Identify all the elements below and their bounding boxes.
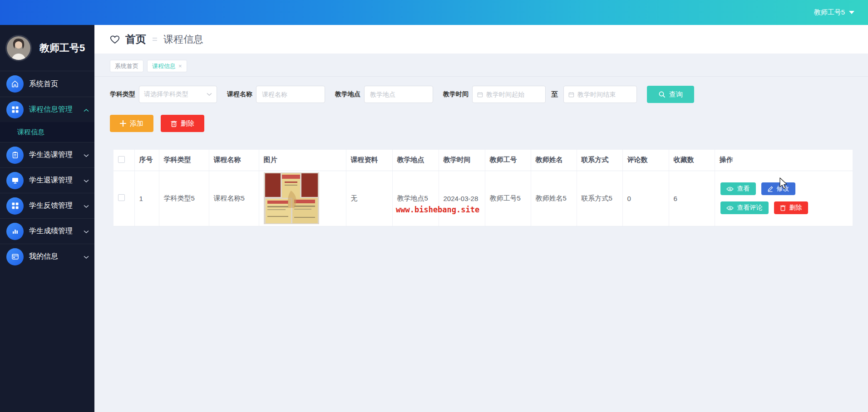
- trash-icon: [780, 205, 786, 211]
- course-image[interactable]: [264, 172, 319, 224]
- view-button-label: 查看: [737, 185, 750, 193]
- delete-button[interactable]: 删除: [161, 115, 204, 132]
- grid-icon: [6, 197, 24, 215]
- col-comment-count: 评论数: [622, 150, 669, 171]
- sidebar-menu: 系统首页 课程信息管理 课程信息 学生选课管理: [0, 71, 94, 269]
- sidebar-item-label: 我的信息: [29, 252, 58, 261]
- sidebar-item-label: 学生反馈管理: [29, 201, 73, 211]
- row-delete-button-label: 删除: [789, 204, 802, 212]
- select-all-checkbox[interactable]: [118, 156, 125, 163]
- teaching-place-label: 教学地点: [335, 90, 360, 98]
- main-content: 首页 课程信息 系统首页 课程信息 × 学科类型 请选择学科类型 课程名称 教学…: [94, 25, 868, 412]
- cell-teacher-name: 教师姓名5: [531, 171, 577, 226]
- close-icon[interactable]: ×: [178, 63, 182, 69]
- subject-type-select-placeholder: 请选择学科类型: [144, 90, 188, 98]
- sidebar-item-system-home[interactable]: 系统首页: [0, 71, 94, 97]
- view-comments-button[interactable]: 查看评论: [720, 201, 769, 214]
- col-teacher-id: 教师工号: [485, 150, 531, 171]
- col-image: 图片: [259, 150, 346, 171]
- search-button[interactable]: 查询: [647, 86, 694, 103]
- table-row: 1 学科类型5 课程名称5: [113, 171, 853, 226]
- sidebar: 教师工号5 系统首页 课程信息管理 课程信息 学生选课管理: [0, 25, 94, 412]
- user-menu-label: 教师工号5: [814, 8, 845, 17]
- sidebar-subitem-label: 课程信息: [17, 128, 44, 137]
- row-checkbox[interactable]: [118, 194, 125, 201]
- col-teacher-name: 教师姓名: [531, 150, 577, 171]
- view-button[interactable]: 查看: [720, 182, 756, 195]
- plus-icon: [120, 120, 126, 127]
- col-index: 序号: [134, 150, 159, 171]
- sidebar-item-label: 学生选课管理: [29, 150, 73, 160]
- subject-type-select[interactable]: 请选择学科类型: [139, 86, 217, 103]
- chevron-up-icon: [84, 106, 89, 114]
- card-icon: [6, 248, 24, 265]
- col-course-material: 课程资料: [346, 150, 392, 171]
- breadcrumb: 首页 课程信息: [94, 25, 868, 54]
- cell-subject-type: 学科类型5: [159, 171, 209, 226]
- add-button-label: 添加: [130, 119, 143, 128]
- sidebar-item-student-withdrawal-mgmt[interactable]: 学生退课管理: [0, 167, 94, 193]
- tab-system-home[interactable]: 系统首页: [110, 60, 143, 72]
- subject-type-label: 学科类型: [110, 90, 135, 98]
- add-button[interactable]: 添加: [110, 115, 153, 132]
- time-end-input[interactable]: [577, 91, 632, 98]
- sidebar-item-course-info-mgmt[interactable]: 课程信息管理: [0, 97, 94, 122]
- avatar-photo: [7, 36, 30, 60]
- search-button-label: 查询: [669, 90, 683, 99]
- chevron-down-icon: [84, 151, 89, 159]
- pencil-icon: [767, 186, 773, 192]
- filter-bar: 学科类型 请选择学科类型 课程名称 教学地点 教学时间 至 查询: [110, 86, 868, 103]
- sidebar-item-student-grades-mgmt[interactable]: 学生成绩管理: [0, 218, 94, 244]
- eye-icon: [726, 206, 734, 211]
- clipboard-icon: [6, 147, 24, 164]
- caret-down-icon: [849, 11, 854, 14]
- sidebar-item-label: 学生退课管理: [29, 176, 73, 185]
- cell-contact: 联系方式5: [577, 171, 622, 226]
- bar-chart-icon: [6, 223, 24, 240]
- user-menu[interactable]: 教师工号5: [814, 8, 854, 17]
- edit-button[interactable]: 修改: [761, 182, 795, 195]
- sidebar-item-label: 学生成绩管理: [29, 226, 73, 236]
- sidebar-subitem-course-info[interactable]: 课程信息: [0, 122, 94, 142]
- course-name-label: 课程名称: [227, 90, 252, 98]
- heart-icon: [110, 35, 120, 44]
- cell-teaching-time: 2024-03-28: [439, 171, 485, 226]
- row-delete-button[interactable]: 删除: [774, 201, 808, 214]
- page-title: 课程信息: [163, 33, 203, 46]
- sidebar-profile: 教师工号5: [0, 25, 94, 71]
- teaching-place-input[interactable]: [364, 86, 433, 103]
- grid-icon: [6, 101, 24, 118]
- cell-favorite-count: 6: [669, 171, 715, 226]
- cell-course-material: 无: [346, 171, 392, 226]
- to-label: 至: [551, 90, 558, 99]
- sidebar-item-label: 课程信息管理: [29, 105, 73, 114]
- time-start-field[interactable]: [472, 86, 546, 103]
- calendar-icon: [477, 91, 483, 98]
- sidebar-user-title: 教师工号5: [36, 41, 88, 55]
- cell-index: 1: [134, 171, 159, 226]
- tabbar: 系统首页 课程信息 ×: [94, 54, 868, 77]
- chevron-down-icon: [84, 202, 89, 210]
- calendar-icon: [568, 91, 574, 98]
- sidebar-item-label: 系统首页: [29, 79, 58, 89]
- cell-teacher-id: 教师工号5: [485, 171, 531, 226]
- table-header-row: 序号 学科类型 课程名称 图片 课程资料 教学地点 教学时间 教师工号 教师姓名…: [113, 150, 853, 171]
- col-subject-type: 学科类型: [159, 150, 209, 171]
- edit-button-label: 修改: [777, 185, 789, 193]
- tab-label: 系统首页: [115, 62, 138, 70]
- course-name-input[interactable]: [256, 86, 325, 103]
- time-start-input[interactable]: [486, 91, 541, 98]
- tab-course-info[interactable]: 课程信息 ×: [147, 60, 187, 72]
- time-end-field[interactable]: [563, 86, 637, 103]
- topbar: 教师工号5: [0, 0, 868, 25]
- row-actions: 查看 修改 查看评论: [720, 182, 848, 214]
- cell-teaching-place: 教学地点5: [392, 171, 439, 226]
- sidebar-item-student-feedback-mgmt[interactable]: 学生反馈管理: [0, 193, 94, 218]
- col-teaching-time: 教学时间: [439, 150, 485, 171]
- avatar: [5, 35, 32, 61]
- course-table: 序号 学科类型 课程名称 图片 课程资料 教学地点 教学时间 教师工号 教师姓名…: [113, 150, 853, 226]
- sidebar-item-my-info[interactable]: 我的信息: [0, 244, 94, 269]
- eye-icon: [726, 186, 734, 191]
- sidebar-item-student-selection-mgmt[interactable]: 学生选课管理: [0, 142, 94, 167]
- breadcrumb-home[interactable]: 首页: [125, 32, 146, 46]
